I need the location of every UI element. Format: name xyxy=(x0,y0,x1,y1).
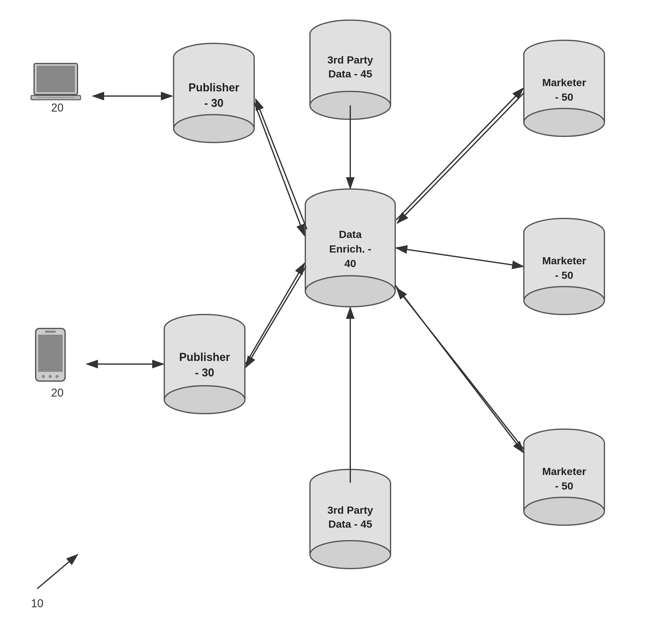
svg-text:- 50: - 50 xyxy=(555,269,573,281)
svg-text:Marketer: Marketer xyxy=(542,255,586,266)
marketer3-cylinder: Marketer - 50 xyxy=(524,429,605,525)
svg-text:Publisher: Publisher xyxy=(188,81,239,94)
svg-point-56 xyxy=(524,497,605,525)
svg-text:Data: Data xyxy=(339,228,362,240)
arrow10-label: 10 xyxy=(31,597,43,610)
svg-line-64 xyxy=(397,93,524,223)
svg-line-66 xyxy=(395,285,523,452)
svg-rect-24 xyxy=(310,483,391,555)
svg-rect-17 xyxy=(310,34,391,105)
svg-point-23 xyxy=(310,469,391,497)
svg-point-13 xyxy=(164,386,245,414)
svg-point-52 xyxy=(524,429,605,457)
svg-text:- 50: - 50 xyxy=(555,480,573,492)
svg-point-16 xyxy=(310,20,391,48)
marketer1-cylinder: Marketer - 50 xyxy=(524,40,605,136)
svg-rect-53 xyxy=(524,443,605,511)
third-party2-cylinder: 3rd Party Data - 45 xyxy=(310,469,391,569)
publisher2-cylinder: Publisher - 30 xyxy=(164,314,245,414)
svg-point-2 xyxy=(174,43,254,71)
data-enrich-cylinder: Data Enrich. - 40 xyxy=(305,189,395,307)
marketer2-cylinder: Marketer - 50 xyxy=(524,218,605,314)
phone-label: 20 xyxy=(51,386,63,399)
svg-point-27 xyxy=(310,541,391,569)
svg-point-38 xyxy=(524,40,605,68)
svg-point-45 xyxy=(524,218,605,246)
svg-text:Enrich. -: Enrich. - xyxy=(329,243,371,255)
svg-point-30 xyxy=(305,189,395,220)
svg-rect-46 xyxy=(524,232,605,301)
svg-text:- 30: - 30 xyxy=(204,97,224,109)
svg-point-20 xyxy=(310,91,391,119)
svg-text:3rd Party: 3rd Party xyxy=(327,54,373,66)
svg-point-34 xyxy=(305,276,395,307)
svg-text:Marketer: Marketer xyxy=(542,76,586,88)
publisher1-cylinder: Publisher - 30 xyxy=(174,43,254,143)
svg-point-81 xyxy=(55,375,59,378)
svg-text:Data - 45: Data - 45 xyxy=(328,518,372,530)
svg-rect-78 xyxy=(45,330,56,333)
svg-rect-72 xyxy=(34,63,78,95)
svg-text:Marketer: Marketer xyxy=(542,465,586,477)
diagram-container: Publisher - 30 Publisher - 30 3rd Party … xyxy=(0,0,672,620)
svg-rect-3 xyxy=(174,57,254,128)
svg-point-79 xyxy=(42,375,45,378)
svg-line-67 xyxy=(397,288,524,449)
svg-text:- 50: - 50 xyxy=(555,91,573,103)
svg-line-82 xyxy=(37,555,78,589)
third-party1-cylinder: 3rd Party Data - 45 xyxy=(310,20,391,119)
svg-text:Data - 45: Data - 45 xyxy=(328,68,372,80)
svg-line-69 xyxy=(245,263,304,364)
svg-text:3rd Party: 3rd Party xyxy=(327,504,373,516)
laptop-icon xyxy=(31,63,81,100)
svg-rect-77 xyxy=(38,334,63,372)
svg-rect-74 xyxy=(31,95,81,100)
svg-line-60 xyxy=(254,102,304,236)
svg-text:Publisher: Publisher xyxy=(179,351,230,363)
svg-point-42 xyxy=(524,108,605,136)
svg-line-70 xyxy=(246,266,306,367)
svg-point-9 xyxy=(164,314,245,343)
svg-rect-39 xyxy=(524,54,605,122)
svg-text:40: 40 xyxy=(344,257,356,269)
svg-point-6 xyxy=(174,115,254,143)
laptop-label: 20 xyxy=(51,101,63,114)
svg-line-63 xyxy=(396,88,523,220)
svg-line-61 xyxy=(256,99,307,229)
svg-point-80 xyxy=(49,375,52,378)
svg-rect-73 xyxy=(37,66,75,92)
svg-line-65 xyxy=(396,248,523,266)
svg-rect-76 xyxy=(36,328,65,381)
phone-icon xyxy=(36,328,65,381)
svg-rect-31 xyxy=(305,205,395,291)
svg-text:- 30: - 30 xyxy=(195,366,214,379)
svg-point-49 xyxy=(524,287,605,314)
svg-rect-10 xyxy=(164,328,245,400)
